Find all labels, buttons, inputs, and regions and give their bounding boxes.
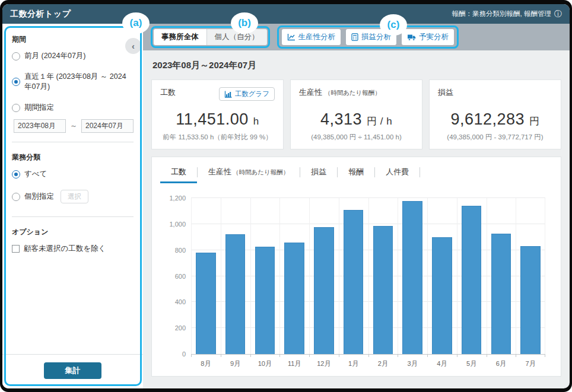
chevron-left-icon: ‹ bbox=[132, 41, 135, 51]
vertical-gridline bbox=[221, 198, 221, 354]
value-unit: 円 / h bbox=[367, 116, 392, 127]
chart-bar[interactable] bbox=[520, 246, 540, 354]
y-axis-tick-label: 800 bbox=[175, 247, 186, 254]
card-title: 工数 bbox=[160, 87, 176, 98]
chart-bar[interactable] bbox=[491, 234, 511, 354]
vertical-gridline bbox=[516, 198, 516, 354]
period-from-input[interactable] bbox=[14, 119, 66, 133]
y-axis-tick-label: 200 bbox=[175, 324, 186, 332]
top-toolbar: 事務所全体 個人（自分） 生産性分析 損益分析 予実分析 bbox=[143, 24, 570, 50]
annotation-border-c: 生産性分析 損益分析 予実分析 bbox=[277, 26, 459, 49]
chart-bar[interactable] bbox=[462, 206, 481, 354]
checkbox-icon[interactable] bbox=[12, 245, 20, 253]
options-section-label: オプション bbox=[12, 227, 134, 237]
value-number: 11,451.00 bbox=[176, 110, 249, 128]
radio-category-all[interactable]: すべて bbox=[12, 169, 134, 179]
value-number: 4,313 bbox=[320, 110, 362, 128]
chart-bar[interactable] bbox=[402, 201, 422, 354]
vertical-gridline bbox=[398, 198, 398, 354]
radio-icon[interactable] bbox=[12, 193, 20, 201]
period-inputs-row: ～ bbox=[14, 119, 134, 133]
y-axis-tick-label: 1,000 bbox=[169, 221, 186, 228]
bar-chart-icon bbox=[224, 91, 232, 98]
calculator-icon bbox=[351, 33, 358, 41]
tab-label: 生産性 bbox=[208, 167, 231, 177]
chart-bar[interactable] bbox=[196, 253, 215, 354]
radio-icon-checked[interactable] bbox=[12, 78, 20, 86]
annotation-b: (b) bbox=[231, 12, 258, 34]
tab-label: 損益 bbox=[311, 167, 326, 177]
tab-label: 人件費 bbox=[386, 167, 409, 177]
title-note: （時間あたり報酬） bbox=[325, 89, 381, 96]
x-axis-tick-label: 2月 bbox=[368, 359, 398, 368]
category-section-label: 業務分類 bbox=[12, 152, 134, 162]
card-work-hours: 工数 工数グラフ 11,451.00 h 前年 11,533.50 h（前年対比… bbox=[151, 79, 284, 149]
page-title: 工数分析トップ bbox=[10, 9, 71, 20]
radio-previous-month[interactable]: 前月 (2024年07月) bbox=[12, 51, 134, 61]
scope-office-button[interactable]: 事務所全体 bbox=[154, 29, 206, 45]
vertical-gridline bbox=[279, 198, 280, 354]
aggregate-button[interactable]: 集計 bbox=[44, 362, 101, 379]
x-axis-tick-label: 10月 bbox=[250, 359, 280, 368]
budget-actual-analysis-button[interactable]: 予実分析 bbox=[402, 29, 454, 45]
app-header: 工数分析トップ 報酬：業務分類別報酬, 報酬管理 ⓘ bbox=[2, 4, 570, 24]
x-axis-tick-label: 6月 bbox=[487, 359, 516, 368]
productivity-value: 4,313 円 / h bbox=[299, 110, 414, 129]
chart-bar[interactable] bbox=[255, 247, 275, 354]
radio-last-year[interactable]: 直近１年 (2023年08月 ～ 2024年07月) bbox=[12, 72, 134, 92]
y-axis-tick-label: 1,200 bbox=[169, 195, 186, 202]
vertical-gridline bbox=[339, 198, 339, 354]
radio-custom-period[interactable]: 期間指定 bbox=[12, 103, 134, 113]
main-area: 事務所全体 個人（自分） 生産性分析 損益分析 予実分析 bbox=[143, 24, 570, 388]
radio-category-individual[interactable]: 個別指定 選択 bbox=[12, 190, 134, 203]
period-to-input[interactable] bbox=[81, 119, 134, 133]
vertical-gridline bbox=[191, 198, 192, 354]
chart-bar[interactable] bbox=[284, 243, 304, 354]
productivity-analysis-button[interactable]: 生産性分析 bbox=[282, 29, 341, 45]
annotation-a: (a) bbox=[122, 12, 150, 34]
sidebar-footer: 集計 bbox=[12, 354, 134, 384]
radio-icon[interactable] bbox=[12, 104, 20, 112]
tab-separator bbox=[420, 167, 420, 177]
app-body: ‹ 期間 前月 (2024年07月) 直近１年 (2023年08月 ～ 2024… bbox=[2, 24, 570, 388]
vertical-gridline bbox=[309, 198, 310, 354]
tab-compensation[interactable]: 報酬 bbox=[338, 162, 374, 183]
chart-bar[interactable] bbox=[225, 234, 245, 354]
tab-productivity[interactable]: 生産性（時間あたり報酬） bbox=[198, 162, 300, 183]
tab-profit-loss[interactable]: 損益 bbox=[300, 162, 337, 183]
sidebar-divider bbox=[12, 216, 134, 217]
tab-labor-cost[interactable]: 人件費 bbox=[375, 162, 420, 183]
period-section-label: 期間 bbox=[12, 34, 134, 44]
tab-label: 工数 bbox=[171, 167, 186, 177]
chart-plot: 02004006008001,0001,200 bbox=[191, 198, 545, 355]
info-icon[interactable]: ⓘ bbox=[554, 10, 562, 18]
chart-bar[interactable] bbox=[373, 226, 393, 354]
title-text: 生産性 bbox=[299, 88, 322, 97]
chart-bar[interactable] bbox=[344, 210, 363, 354]
radio-label: 個別指定 bbox=[24, 192, 54, 202]
category-select-button[interactable]: 選択 bbox=[61, 190, 88, 203]
value-unit: 円 bbox=[529, 116, 540, 127]
vertical-gridline bbox=[545, 198, 545, 354]
x-axis-tick-label: 9月 bbox=[221, 359, 250, 368]
header-report-settings: 報酬：業務分類別報酬, 報酬管理 ⓘ bbox=[452, 9, 562, 18]
exclude-unselected-checkbox-row[interactable]: 顧客未選択の工数を除く bbox=[12, 244, 134, 254]
checkbox-label: 顧客未選択の工数を除く bbox=[24, 244, 106, 254]
work-hours-graph-button[interactable]: 工数グラフ bbox=[219, 87, 275, 101]
chart-bar[interactable] bbox=[314, 227, 333, 354]
card-title: 損益 bbox=[438, 87, 453, 98]
radio-label: 直近１年 (2023年08月 ～ 2024年07月) bbox=[24, 72, 134, 92]
tab-work-hours[interactable]: 工数 bbox=[160, 162, 197, 183]
dashboard-content: 2023年08月～2024年07月 工数 工数グラフ 11,451.00 h 前… bbox=[143, 50, 570, 388]
radio-icon-checked[interactable] bbox=[12, 170, 20, 179]
x-axis-tick-label: 4月 bbox=[427, 359, 457, 368]
x-axis-tick-label: 7月 bbox=[516, 359, 545, 368]
summary-cards: 工数 工数グラフ 11,451.00 h 前年 11,533.50 h（前年対比… bbox=[151, 79, 561, 149]
radio-label: 期間指定 bbox=[24, 103, 54, 113]
sidebar-collapse-button[interactable]: ‹ bbox=[125, 38, 141, 54]
radio-label: すべて bbox=[24, 169, 47, 179]
bar-chart: 02004006008001,0001,200 8月9月10月11月12月1月2… bbox=[191, 198, 545, 369]
radio-icon[interactable] bbox=[12, 52, 20, 60]
chart-bar[interactable] bbox=[432, 237, 452, 354]
value-unit: h bbox=[253, 116, 259, 127]
